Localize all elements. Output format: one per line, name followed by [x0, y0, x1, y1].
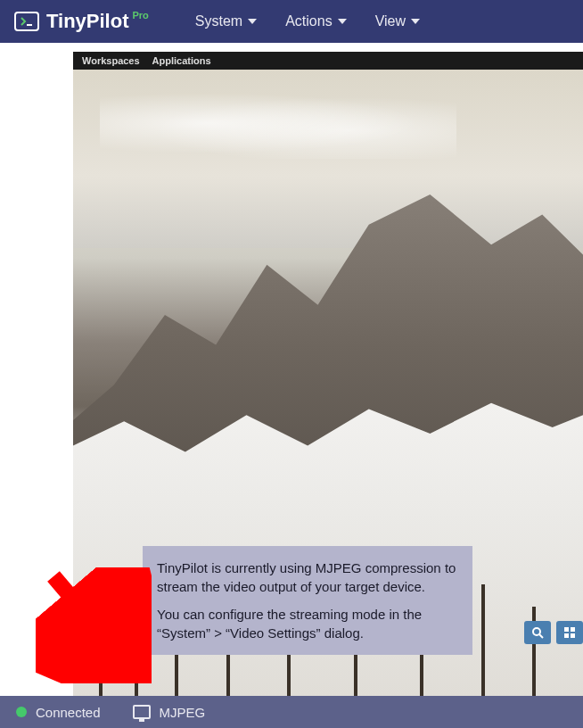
status-dot-icon	[16, 707, 27, 717]
stream-mode-label: MJPEG	[160, 705, 206, 720]
streaming-mode-tooltip: TinyPilot is currently using MJPEG compr…	[143, 546, 472, 655]
stream-mode-status[interactable]: MJPEG	[133, 705, 206, 720]
nav-label: View	[375, 13, 406, 29]
chevron-down-icon	[248, 19, 257, 24]
workspace-grid-button[interactable]	[556, 621, 583, 644]
svg-line-2	[539, 634, 543, 638]
logo[interactable]: TinyPilot Pro	[14, 10, 149, 33]
chevron-down-icon	[411, 19, 420, 24]
svg-line-7	[53, 576, 129, 666]
connection-status[interactable]: Connected	[16, 705, 101, 720]
annotation-arrow	[36, 567, 152, 687]
status-bar: Connected MJPEG	[0, 696, 583, 728]
tooltip-line1: TinyPilot is currently using MJPEG compr…	[157, 558, 458, 596]
nav-actions[interactable]: Actions	[285, 13, 346, 29]
logo-icon	[14, 12, 39, 31]
monitor-icon	[133, 705, 151, 719]
top-navbar: TinyPilot Pro System Actions View	[0, 0, 583, 43]
logo-text: TinyPilot	[46, 10, 129, 33]
remote-menu-applications[interactable]: Applications	[152, 55, 211, 66]
remote-side-toolbar	[524, 621, 583, 644]
tooltip-line2: You can configure the streaming mode in …	[157, 605, 458, 642]
logo-pro-badge: Pro	[133, 10, 149, 21]
nav-menu: System Actions View	[195, 13, 420, 29]
remote-desktop-menubar: Workspaces Applications	[73, 52, 583, 70]
nav-label: System	[195, 13, 242, 29]
nav-system[interactable]: System	[195, 13, 257, 29]
svg-rect-3	[564, 627, 569, 632]
nav-label: Actions	[285, 13, 332, 29]
nav-view[interactable]: View	[375, 13, 420, 29]
svg-rect-5	[564, 633, 569, 638]
chevron-down-icon	[338, 19, 347, 24]
svg-point-1	[533, 628, 540, 635]
magnifier-button[interactable]	[524, 621, 551, 644]
svg-rect-6	[571, 633, 575, 638]
remote-menu-workspaces[interactable]: Workspaces	[82, 55, 140, 66]
wallpaper-clouds	[100, 87, 456, 159]
svg-rect-4	[571, 627, 575, 632]
remote-viewer: Workspaces Applications T	[0, 43, 583, 696]
connection-label: Connected	[36, 705, 101, 720]
